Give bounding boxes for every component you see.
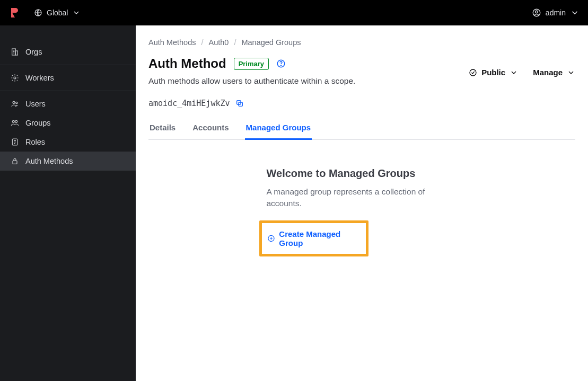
svg-rect-11 [13,161,17,164]
copy-icon[interactable] [235,99,244,108]
sidebar-item-label: Users [25,100,46,108]
svg-rect-4 [15,51,17,55]
cta-highlight: Create Managed Group [259,220,368,256]
resource-id: amoidc_4miHEjwkZv [148,99,230,108]
breadcrumb-item-current: Managed Groups [241,38,301,47]
svg-point-7 [16,102,17,103]
plus-circle-icon [267,234,275,243]
empty-state-body: A managed group represents a collection … [267,186,458,210]
svg-point-2 [536,11,538,13]
chevron-down-icon [570,8,580,17]
main-content: Auth Methods / Auth0 / Managed Groups Au… [136,25,588,381]
groups-icon [11,119,19,127]
sidebar-item-users[interactable]: Users [0,94,136,113]
breadcrumb-item[interactable]: Auth0 [209,38,229,47]
tab-accounts[interactable]: Accounts [191,118,230,140]
sidebar-item-label: Orgs [25,48,42,56]
check-circle-icon [469,68,477,77]
sidebar-item-label: Roles [25,138,45,146]
sidebar: Orgs Workers Users Groups Roles [0,25,136,381]
manage-dropdown[interactable]: Manage [533,68,575,77]
page-title: Auth Method [148,56,226,71]
svg-point-9 [15,120,17,122]
create-managed-group-button[interactable]: Create Managed Group [267,229,361,247]
tab-managed-groups[interactable]: Managed Groups [245,118,312,140]
sidebar-item-label: Workers [25,74,54,82]
chevron-down-icon [567,68,575,77]
svg-point-16 [470,69,476,76]
sidebar-item-label: Groups [25,119,51,127]
svg-point-8 [12,120,14,122]
page-description: Auth methods allow users to authenticate… [148,76,355,86]
sidebar-item-workers[interactable]: Workers [0,68,136,87]
lock-icon [11,157,19,165]
chevron-down-icon [510,68,518,77]
user-label: admin [546,8,566,17]
svg-point-13 [280,65,281,66]
users-icon [11,100,19,108]
sidebar-item-auth-methods[interactable]: Auth Methods [0,152,136,171]
sidebar-item-roles[interactable]: Roles [0,132,136,152]
gear-icon [11,74,19,82]
tabs: Details Accounts Managed Groups [148,118,575,140]
product-logo-icon [8,6,21,19]
cta-label: Create Managed Group [279,229,360,247]
user-circle-icon [532,8,541,17]
scope-label: Global [47,8,68,17]
help-icon[interactable] [276,59,286,68]
sidebar-item-groups[interactable]: Groups [0,113,136,132]
sidebar-item-label: Auth Methods [25,157,73,165]
empty-state: Welcome to Managed Groups A managed grou… [267,167,458,256]
empty-state-heading: Welcome to Managed Groups [267,167,458,180]
primary-badge: Primary [234,58,269,70]
sidebar-item-orgs[interactable]: Orgs [0,42,136,61]
tab-details[interactable]: Details [148,118,177,140]
breadcrumb-separator: / [201,38,203,47]
svg-point-6 [13,101,15,103]
globe-icon [34,8,42,17]
breadcrumb-separator: / [234,38,236,47]
topbar: Global admin [0,0,588,25]
visibility-dropdown[interactable]: Public [469,68,518,77]
svg-rect-3 [12,49,16,55]
scope-picker[interactable]: Global [34,8,81,17]
roles-icon [11,138,19,146]
breadcrumb: Auth Methods / Auth0 / Managed Groups [148,38,575,47]
visibility-label: Public [481,68,505,77]
chevron-down-icon [72,8,81,17]
breadcrumb-item[interactable]: Auth Methods [148,38,196,47]
topbar-left: Global [8,6,81,19]
manage-label: Manage [533,68,563,77]
user-menu[interactable]: admin [532,8,580,17]
svg-point-5 [14,77,16,79]
org-icon [11,48,19,56]
